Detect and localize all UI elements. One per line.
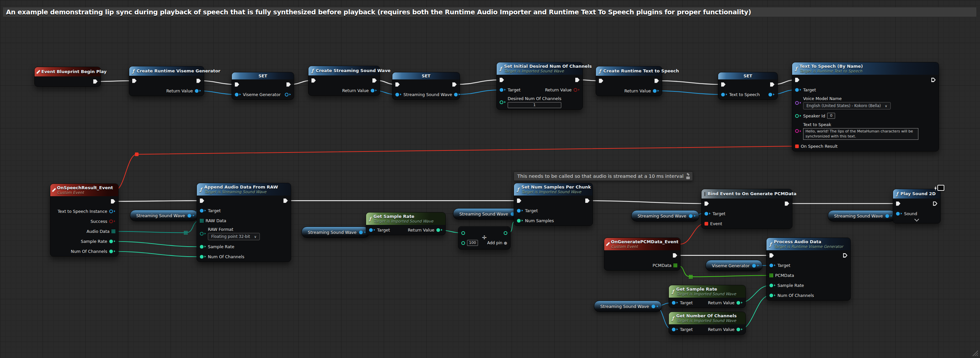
node-header[interactable]: Event Blueprint Begin Play xyxy=(35,67,100,77)
event-pin[interactable] xyxy=(705,222,708,225)
reroute-node[interactable] xyxy=(184,231,188,235)
sample-rate-pin[interactable] xyxy=(109,240,113,243)
sample-rate-pin[interactable] xyxy=(200,245,204,249)
exec-pin[interactable] xyxy=(132,79,137,83)
bind-event-to-on-generate-pcmdata-node[interactable]: Bind Event to On Generate PCMDataTargetE… xyxy=(701,189,792,229)
target-pin[interactable] xyxy=(795,88,799,92)
exec-pin[interactable] xyxy=(585,198,590,203)
value-input[interactable]: 100 xyxy=(467,240,478,246)
input-a-pin[interactable] xyxy=(461,231,465,235)
set-node[interactable]: SETStreaming Sound Wave xyxy=(392,72,460,100)
advanced-pins-toggle[interactable] xyxy=(893,219,940,223)
variable-pill-streaming-sound-wave[interactable]: Streaming Sound Wave xyxy=(453,208,521,219)
exec-pin[interactable] xyxy=(517,198,521,203)
pcmdata-pin[interactable] xyxy=(770,273,773,277)
output-pin[interactable] xyxy=(652,305,655,308)
node-header[interactable]: ƒCreate Runtime Text to Speech xyxy=(596,66,662,76)
target-pin[interactable] xyxy=(517,209,521,213)
comment-banner[interactable]: An example demonstrating lip sync during… xyxy=(3,7,977,17)
output-pin[interactable] xyxy=(504,231,508,235)
exec-pin[interactable] xyxy=(655,79,659,83)
node-header[interactable]: ƒProcess Audio DataTarget is Runtime Vis… xyxy=(767,238,850,250)
exec-pin[interactable] xyxy=(843,253,848,257)
text-to-speech-pin[interactable] xyxy=(721,93,725,96)
variable-pill-streaming-sound-wave[interactable]: Streaming Sound Wave xyxy=(301,227,369,238)
comment-bubble[interactable]: This needs to be called so that audio is… xyxy=(514,171,693,181)
exec-pin[interactable] xyxy=(452,82,457,87)
node-header[interactable]: ƒCreate Streaming Sound Wave xyxy=(309,66,380,75)
process-audio-data-node[interactable]: ƒProcess Audio DataTarget is Runtime Vis… xyxy=(766,238,851,300)
audio-data-pin[interactable] xyxy=(111,230,115,233)
pcmdata-pin[interactable] xyxy=(673,264,677,267)
exec-pin[interactable] xyxy=(500,78,504,82)
node-header[interactable]: ƒPlay Sound 2D xyxy=(893,189,940,198)
num-of-channels-pin[interactable] xyxy=(109,249,113,253)
exec-pin[interactable] xyxy=(770,82,775,87)
on-speech-result-pin[interactable] xyxy=(795,144,799,148)
viseme-generator-pin[interactable] xyxy=(235,93,239,96)
return-value-pin[interactable] xyxy=(436,228,440,232)
dropdown-select[interactable]: Floating point 32-bit∨ xyxy=(208,233,260,240)
divide-node[interactable]: ÷100Add pin⊕ xyxy=(458,226,511,249)
exec-pin[interactable] xyxy=(931,78,936,82)
exec-pin[interactable] xyxy=(111,199,115,203)
num-samples-pin[interactable] xyxy=(517,219,521,222)
append-audio-data-from-raw-node[interactable]: ƒAppend Audio Data From RAWTarget is Str… xyxy=(197,183,291,262)
exec-pin[interactable] xyxy=(283,198,288,203)
output-pin[interactable] xyxy=(885,214,889,218)
add-pin-button[interactable]: Add pin⊕ xyxy=(487,241,508,246)
reroute-node[interactable] xyxy=(135,152,138,156)
variable-pill-streaming-sound-wave[interactable]: Streaming Sound Wave xyxy=(594,300,662,312)
exec-pin[interactable] xyxy=(312,78,316,83)
get-sample-rate-node[interactable]: ƒGet Sample RateTarget is Imported Sound… xyxy=(366,212,446,235)
sample-rate-pin[interactable] xyxy=(770,284,773,287)
variable-pill-streaming-sound-wave[interactable]: Streaming Sound Wave xyxy=(631,210,699,222)
get-number-of-channels-node[interactable]: ƒGet Number Of ChannelsTarget is Importe… xyxy=(668,312,746,335)
return-value-pin[interactable] xyxy=(574,88,577,92)
exec-pin[interactable] xyxy=(785,201,789,206)
speaker-id-pin[interactable] xyxy=(795,114,799,118)
node-header[interactable]: OnSpeechResult_EventCustom Event xyxy=(50,184,118,196)
onspeechresult-event-node[interactable]: OnSpeechResult_EventCustom EventText to … xyxy=(50,184,119,257)
node-header[interactable]: Bind Event to On Generate PCMData xyxy=(702,189,792,198)
node-header[interactable]: ƒSet Num Samples Per ChunkTarget is Impo… xyxy=(514,183,593,195)
target-pin[interactable] xyxy=(500,88,503,92)
set-node[interactable]: SETText to Speech xyxy=(718,72,778,100)
set-node[interactable]: SETViseme Generator xyxy=(232,72,294,100)
exec-pin[interactable] xyxy=(933,201,937,206)
data-pin[interactable] xyxy=(454,93,458,96)
exec-pin[interactable] xyxy=(200,198,204,203)
variable-pill-viseme-generator[interactable]: Viseme Generator xyxy=(706,260,762,271)
blueprint-graph-canvas[interactable]: Event Blueprint Begin PlayƒCreate Runtim… xyxy=(0,0,980,358)
pin-icon[interactable] xyxy=(687,173,689,176)
set-initial-desired-num-of-channels-node[interactable]: ƒSet Initial Desired Num Of ChannelsTarg… xyxy=(496,62,583,110)
raw-data-pin[interactable] xyxy=(200,219,204,222)
output-pin[interactable] xyxy=(188,214,191,217)
return-value-pin[interactable] xyxy=(195,89,199,93)
create-runtime-viseme-generator-node[interactable]: ƒCreate Runtime Viseme GeneratorReturn V… xyxy=(129,66,204,96)
num-of-channels-pin[interactable] xyxy=(770,294,773,297)
exec-pin[interactable] xyxy=(673,253,677,257)
target-pin[interactable] xyxy=(200,209,204,213)
target-pin[interactable] xyxy=(770,264,773,267)
exec-pin[interactable] xyxy=(599,79,603,83)
sound-pin[interactable] xyxy=(896,212,900,216)
text-to-speech-by-name-node[interactable]: ƒText To Speech (By Name)Target is Runti… xyxy=(792,62,939,152)
variable-pill-streaming-sound-wave[interactable]: Streaming Sound Wave xyxy=(828,210,896,222)
create-runtime-text-to-speech-node[interactable]: ƒCreate Runtime Text to SpeechReturn Val… xyxy=(596,66,662,96)
return-value-pin[interactable] xyxy=(737,301,740,305)
input-b-pin[interactable] xyxy=(461,241,465,245)
exec-pin[interactable] xyxy=(197,79,201,83)
get-sample-rate-node[interactable]: ƒGet Sample RateTarget is Imported Sound… xyxy=(668,285,746,308)
return-value-pin[interactable] xyxy=(653,89,657,93)
node-header[interactable]: ƒSet Initial Desired Num Of ChannelsTarg… xyxy=(497,62,582,75)
raw-format-pin[interactable] xyxy=(200,232,204,235)
node-header[interactable]: ƒGet Sample RateTarget is Imported Sound… xyxy=(366,213,445,225)
exec-pin[interactable] xyxy=(705,201,709,206)
num-of-channels-pin[interactable] xyxy=(200,255,204,259)
text-to-speak-pin[interactable] xyxy=(795,129,799,133)
voice-model-name-pin[interactable] xyxy=(795,101,799,105)
text-to-speech-instance-pin[interactable] xyxy=(109,209,113,213)
output-pin[interactable] xyxy=(689,214,692,218)
ongeneratepcmdata-event-node[interactable]: OnGeneratePCMData_EventCustom EventPCMDa… xyxy=(604,238,681,270)
